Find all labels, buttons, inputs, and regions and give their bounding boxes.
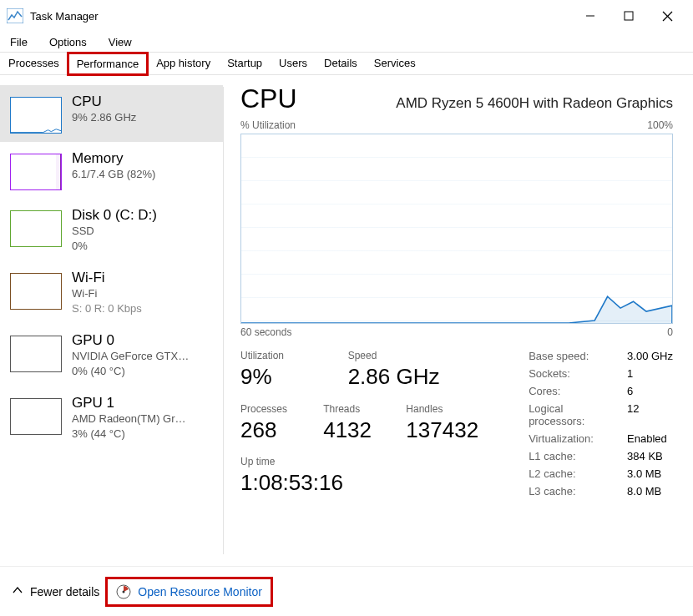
chart-label-top-left: % Utilization xyxy=(240,119,296,131)
stat-utilization: Utilization 9% xyxy=(240,350,323,391)
stats: Utilization 9% Speed 2.86 GHz Processes … xyxy=(240,350,673,497)
sidebar-item-label: Wi-Fi xyxy=(72,270,142,286)
sidebar: CPU 9% 2.86 GHz Memory 6.1/7.4 GB (82%) … xyxy=(0,75,223,566)
sidebar-item-label: GPU 1 xyxy=(72,395,186,412)
stat-handles: Handles 137432 xyxy=(406,403,478,445)
gpu0-thumb xyxy=(10,336,62,372)
sidebar-item-sub: NVIDIA GeForce GTX… xyxy=(72,349,189,364)
menu-view[interactable]: View xyxy=(104,34,137,50)
minimize-button[interactable] xyxy=(571,3,610,28)
sidebar-item-cpu[interactable]: CPU 9% 2.86 GHz xyxy=(0,85,223,142)
sidebar-item-sub: AMD Radeon(TM) Gr… xyxy=(72,412,186,427)
chart-label-top-right: 100% xyxy=(647,119,673,131)
sidebar-item-disk0[interactable]: Disk 0 (C: D:) SSD 0% xyxy=(0,199,223,261)
tab-bar: Processes Performance App history Startu… xyxy=(0,52,693,75)
stat-uptime: Up time 1:08:53:16 xyxy=(240,456,478,497)
window-title: Task Manager xyxy=(30,10,571,23)
wifi-thumb xyxy=(10,273,62,310)
svg-rect-2 xyxy=(625,12,633,20)
close-button[interactable] xyxy=(648,3,686,28)
tab-startup[interactable]: Startup xyxy=(219,53,271,74)
gpu1-thumb xyxy=(10,398,62,435)
window-controls xyxy=(571,3,686,28)
sidebar-item-sub2: S: 0 R: 0 Kbps xyxy=(72,301,142,316)
sidebar-item-sub2: 0% (40 °C) xyxy=(72,364,189,379)
fewer-details-button[interactable]: Fewer details xyxy=(12,584,99,598)
chevron-up-icon xyxy=(12,584,23,598)
sidebar-item-wifi[interactable]: Wi-Fi Wi-Fi S: 0 R: 0 Kbps xyxy=(0,261,223,324)
sidebar-item-gpu0[interactable]: GPU 0 NVIDIA GeForce GTX… 0% (40 °C) xyxy=(0,324,223,386)
sidebar-item-label: Memory xyxy=(72,150,155,167)
sidebar-item-memory[interactable]: Memory 6.1/7.4 GB (82%) xyxy=(0,142,223,199)
sidebar-item-label: Disk 0 (C: D:) xyxy=(72,207,157,224)
tab-performance[interactable]: Performance xyxy=(68,53,148,75)
stats-right: Base speed:3.00 GHz Sockets:1 Cores:6 Lo… xyxy=(529,350,673,497)
svg-point-6 xyxy=(123,590,125,593)
chart-label-bottom-right: 0 xyxy=(667,326,673,338)
maximize-button[interactable] xyxy=(610,3,648,28)
sidebar-item-sub: Wi-Fi xyxy=(72,286,142,301)
cpu-thumb xyxy=(10,97,62,134)
sidebar-item-label: CPU xyxy=(72,93,136,110)
tab-details[interactable]: Details xyxy=(316,53,366,74)
utilization-chart xyxy=(240,134,673,324)
stat-processes: Processes 268 xyxy=(240,403,303,445)
menu-bar: File Options View xyxy=(0,32,693,52)
disk-thumb xyxy=(10,210,62,247)
content: CPU 9% 2.86 GHz Memory 6.1/7.4 GB (82%) … xyxy=(0,75,693,566)
menu-options[interactable]: Options xyxy=(44,34,92,50)
memory-thumb xyxy=(10,154,62,190)
title-bar: Task Manager xyxy=(0,0,693,32)
chart-label-bottom-left: 60 seconds xyxy=(240,326,291,338)
stat-threads: Threads 4132 xyxy=(323,403,386,445)
footer: Fewer details Open Resource Monitor xyxy=(0,566,693,616)
tab-app-history[interactable]: App history xyxy=(148,53,219,74)
sidebar-item-sub: 6.1/7.4 GB (82%) xyxy=(72,167,155,182)
app-icon xyxy=(7,8,23,23)
resource-monitor-icon xyxy=(116,584,131,599)
sidebar-item-label: GPU 0 xyxy=(72,332,189,349)
detail-title: CPU xyxy=(240,83,297,114)
sidebar-item-sub: SSD xyxy=(72,224,157,239)
sidebar-item-gpu1[interactable]: GPU 1 AMD Radeon(TM) Gr… 3% (44 °C) xyxy=(0,386,223,449)
menu-file[interactable]: File xyxy=(5,34,33,50)
sidebar-item-sub2: 0% xyxy=(72,239,157,254)
sidebar-item-sub: 9% 2.86 GHz xyxy=(72,110,136,125)
stat-speed: Speed 2.86 GHz xyxy=(348,350,478,391)
tab-users[interactable]: Users xyxy=(271,53,316,74)
tab-processes[interactable]: Processes xyxy=(0,53,68,74)
detail-subtitle: AMD Ryzen 5 4600H with Radeon Graphics xyxy=(396,95,673,112)
detail-pane: CPU AMD Ryzen 5 4600H with Radeon Graphi… xyxy=(224,75,693,566)
tab-services[interactable]: Services xyxy=(366,53,424,74)
open-resource-monitor-link[interactable]: Open Resource Monitor xyxy=(108,579,271,604)
sidebar-item-sub2: 3% (44 °C) xyxy=(72,427,186,442)
